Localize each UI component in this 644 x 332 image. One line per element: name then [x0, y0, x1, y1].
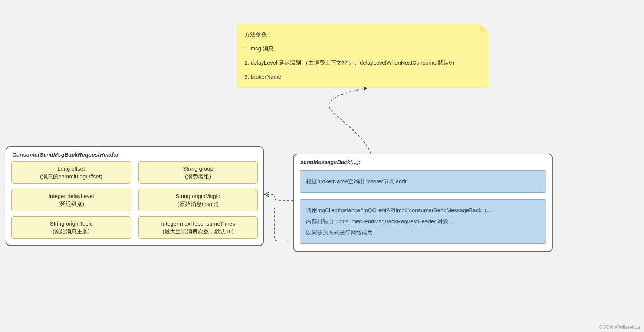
field-grid: Long offset (消息的commitLogOffset) String …: [12, 161, 258, 239]
field-origin-topic: String originTopic (原始消息主题): [12, 216, 131, 239]
field-name: Integer delayLevel: [14, 192, 128, 200]
field-desc: (延迟级别): [14, 200, 128, 208]
field-name: String group: [141, 165, 255, 172]
connector-step2-to-header: [275, 208, 293, 241]
note-line-3: 3. brokerName: [244, 72, 481, 81]
connector-note-to-method: [329, 88, 371, 154]
step-line-1: 调用mqClientInstance#mQClientAPIImpl#consu…: [306, 205, 540, 216]
field-group: String group (消费者组): [138, 161, 258, 184]
right-box-title: sendMessageBack(...);: [300, 159, 546, 165]
step-line-3: 以同步的方式进行网络调用: [306, 227, 540, 238]
step-lookup-master-addr: 根据brokerName查询出 master节点 addr: [300, 170, 546, 193]
field-origin-msg-id: String originMsgId (原始消息msgId): [138, 189, 258, 211]
field-name: String originTopic: [14, 220, 128, 227]
field-name: String originMsgId: [141, 192, 255, 200]
step-call-api-impl: 调用mqClientInstance#mQClientAPIImpl#consu…: [300, 199, 546, 244]
send-message-back-box: sendMessageBack(...); 根据brokerName查询出 ma…: [293, 154, 553, 252]
note-line-1: 1. msg 消息: [244, 44, 481, 53]
step-text: 根据brokerName查询出 master节点 addr: [306, 176, 540, 187]
method-params-note: 方法参数： 1. msg 消息 2. delayLevel 延迟级别 （由消费上…: [237, 24, 489, 88]
field-desc: (最大重试消费次数，默认16): [141, 227, 255, 235]
field-name: Long offset: [14, 165, 128, 172]
field-desc: (消息的commitLogOffset): [14, 172, 128, 180]
field-desc: (消费者组): [141, 172, 255, 180]
field-desc: (原始消息msgId): [141, 200, 255, 208]
note-header: 方法参数：: [244, 30, 481, 39]
field-offset: Long offset (消息的commitLogOffset): [12, 161, 131, 184]
note-fold-corner: [480, 24, 489, 32]
field-delay-level: Integer delayLevel (延迟级别): [12, 189, 131, 211]
left-box-title: ConsumerSendMsgBackRequestHeader: [12, 151, 258, 158]
step-line-2: 内部封装出 ConsumerSendMsgBackRequestHeader 对…: [306, 216, 540, 227]
field-name: Integer maxReconsumeTimes: [141, 220, 255, 227]
connector-method-to-header: [265, 194, 293, 200]
request-header-class-box: ConsumerSendMsgBackRequestHeader Long of…: [6, 146, 264, 246]
field-max-reconsume-times: Integer maxReconsumeTimes (最大重试消费次数，默认16…: [138, 216, 258, 239]
field-desc: (原始消息主题): [14, 227, 128, 235]
watermark: CSDN @Misteltoe: [599, 324, 640, 330]
note-line-2: 2. delayLevel 延迟级别 （由消费上下文控制， delayLevel…: [244, 58, 481, 67]
